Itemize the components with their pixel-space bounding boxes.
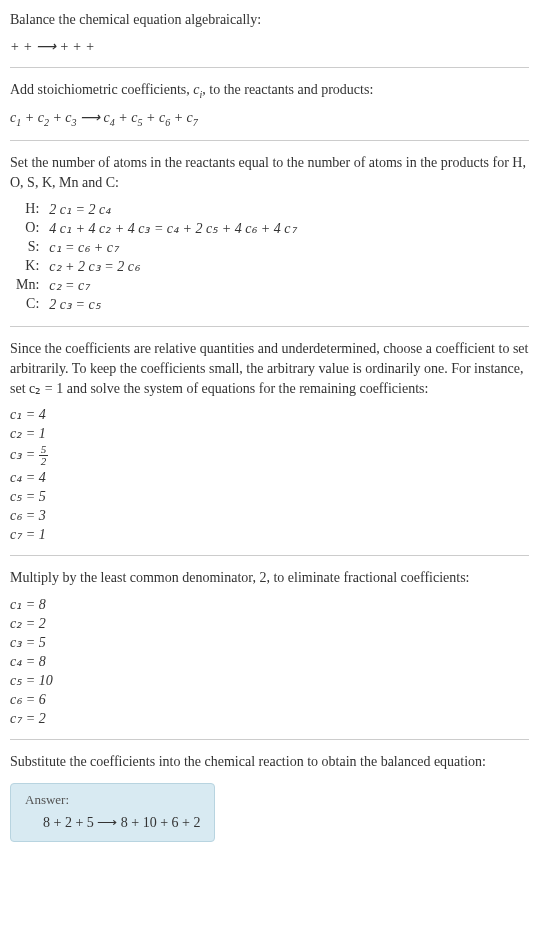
list-item: c₆ = 6	[10, 691, 529, 708]
table-row: O:4 c₁ + 4 c₂ + 4 c₃ = c₄ + 2 c₅ + 4 c₆ …	[10, 219, 303, 238]
list-item: c₆ = 3	[10, 507, 529, 524]
table-row: C:2 c₃ = c₅	[10, 295, 303, 314]
atom-equation: c₁ = c₆ + c₇	[43, 238, 302, 257]
divider	[10, 739, 529, 740]
atom-equation: c₂ = c₇	[43, 276, 302, 295]
list-item: c₄ = 8	[10, 653, 529, 670]
list-item: c₇ = 1	[10, 526, 529, 543]
element-label: O:	[10, 219, 43, 238]
list-item: c₃ = 5	[10, 634, 529, 651]
atom-balance-table: H:2 c₁ = 2 c₄ O:4 c₁ + 4 c₂ + 4 c₃ = c₄ …	[10, 200, 303, 314]
coefficients-list-1: c₁ = 4 c₂ = 1 c₃ = 52 c₄ = 4 c₅ = 5 c₆ =…	[10, 406, 529, 543]
table-row: H:2 c₁ = 2 c₄	[10, 200, 303, 219]
atom-equation: 2 c₃ = c₅	[43, 295, 302, 314]
atom-equation: 2 c₁ = 2 c₄	[43, 200, 302, 219]
table-row: Mn:c₂ = c₇	[10, 276, 303, 295]
divider	[10, 555, 529, 556]
element-label: C:	[10, 295, 43, 314]
list-item: c₄ = 4	[10, 469, 529, 486]
list-item: c₅ = 5	[10, 488, 529, 505]
list-item: c₅ = 10	[10, 672, 529, 689]
element-label: Mn:	[10, 276, 43, 295]
answer-equation: 8 + 2 + 5 ⟶ 8 + 10 + 6 + 2	[25, 814, 200, 831]
element-label: H:	[10, 200, 43, 219]
answer-label: Answer:	[25, 792, 200, 808]
underdetermined-text: Since the coefficients are relative quan…	[10, 339, 529, 398]
divider	[10, 140, 529, 141]
unbalanced-equation: + + ⟶ + + +	[10, 38, 529, 55]
answer-box: Answer: 8 + 2 + 5 ⟶ 8 + 10 + 6 + 2	[10, 783, 215, 842]
list-item: c₇ = 2	[10, 710, 529, 727]
list-item: c₂ = 2	[10, 615, 529, 632]
table-row: S:c₁ = c₆ + c₇	[10, 238, 303, 257]
atom-equation: 4 c₁ + 4 c₂ + 4 c₃ = c₄ + 2 c₅ + 4 c₆ + …	[43, 219, 302, 238]
balance-title: Balance the chemical equation algebraica…	[10, 10, 529, 30]
list-item: c₃ = 52	[10, 444, 529, 467]
table-row: K:c₂ + 2 c₃ = 2 c₆	[10, 257, 303, 276]
atom-equation: c₂ + 2 c₃ = 2 c₆	[43, 257, 302, 276]
list-item: c₁ = 8	[10, 596, 529, 613]
element-label: K:	[10, 257, 43, 276]
stoich-intro: Add stoichiometric coefficients, ci, to …	[10, 80, 529, 102]
list-item: c₂ = 1	[10, 425, 529, 442]
divider	[10, 67, 529, 68]
substitute-text: Substitute the coefficients into the che…	[10, 752, 529, 772]
divider	[10, 326, 529, 327]
title-text: Balance the chemical equation algebraica…	[10, 12, 261, 27]
set-atoms-text: Set the number of atoms in the reactants…	[10, 153, 529, 192]
coefficients-list-2: c₁ = 8 c₂ = 2 c₃ = 5 c₄ = 8 c₅ = 10 c₆ =…	[10, 596, 529, 727]
stoich-equation: c1 + c2 + c3 ⟶ c4 + c5 + c6 + c7	[10, 109, 529, 128]
list-item: c₁ = 4	[10, 406, 529, 423]
element-label: S:	[10, 238, 43, 257]
multiply-text: Multiply by the least common denominator…	[10, 568, 529, 588]
